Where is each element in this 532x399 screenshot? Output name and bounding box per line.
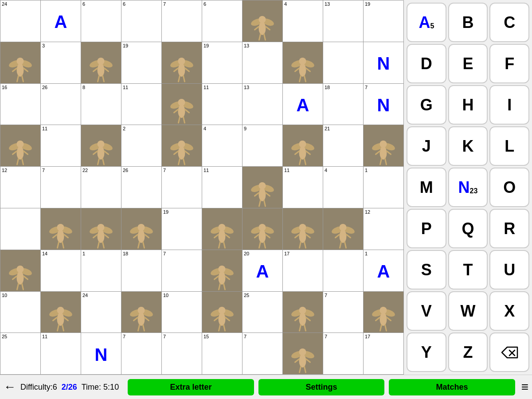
letter-button-c[interactable]: C bbox=[489, 3, 529, 42]
letter-button-q[interactable]: Q bbox=[448, 209, 488, 248]
grid-cell[interactable]: 7 bbox=[41, 167, 81, 208]
letter-button-y[interactable]: Y bbox=[407, 332, 446, 372]
grid-cell[interactable]: 7N bbox=[364, 84, 404, 125]
grid-cell[interactable]: 11 bbox=[202, 167, 243, 208]
grid-cell[interactable]: 9 bbox=[243, 125, 283, 167]
grid-cell[interactable]: 1 bbox=[81, 250, 121, 292]
grid-cell[interactable]: 18 bbox=[323, 84, 364, 125]
grid-cell[interactable]: 26 bbox=[121, 167, 162, 208]
grid-cell[interactable]: 1A bbox=[364, 250, 404, 292]
grid-cell[interactable]: 14 bbox=[41, 250, 81, 292]
grid-cell[interactable]: 4 bbox=[202, 125, 243, 167]
letter-button-m[interactable]: M bbox=[407, 168, 446, 207]
grid-cell[interactable]: 11 bbox=[202, 84, 243, 125]
grid-cell[interactable]: A bbox=[41, 0, 81, 42]
letter-button-r[interactable]: R bbox=[489, 209, 529, 248]
matches-button[interactable]: Matches bbox=[389, 379, 515, 395]
grid-cell[interactable]: 24 bbox=[0, 0, 41, 42]
grid-cell[interactable]: 12 bbox=[0, 167, 41, 208]
grid-cell[interactable]: 22 bbox=[81, 167, 121, 208]
letter-button-h[interactable]: H bbox=[448, 85, 488, 125]
grid-cell[interactable]: N bbox=[364, 42, 404, 84]
svg-point-187 bbox=[219, 307, 226, 314]
extra-letter-button[interactable]: Extra letter bbox=[128, 379, 254, 395]
grid-cell[interactable] bbox=[323, 250, 364, 292]
grid-cell[interactable]: 19 bbox=[162, 208, 202, 250]
grid-cell[interactable]: 13 bbox=[243, 84, 283, 125]
settings-button[interactable]: Settings bbox=[258, 379, 385, 395]
grid-cell[interactable]: 11 bbox=[121, 84, 162, 125]
grid-cell[interactable]: 18 bbox=[121, 250, 162, 292]
letter-button-z[interactable]: Z bbox=[448, 332, 488, 372]
letter-button-p[interactable]: P bbox=[407, 209, 446, 248]
grid-cell[interactable]: 6 bbox=[202, 0, 243, 42]
grid-cell[interactable]: 3 bbox=[41, 42, 81, 84]
letter-button-i[interactable]: I bbox=[489, 85, 529, 125]
grid-cell[interactable] bbox=[323, 42, 364, 84]
grid-cell[interactable]: 8 bbox=[81, 84, 121, 125]
grid-cell[interactable]: 20A bbox=[243, 250, 283, 292]
grid-cell[interactable]: 2 bbox=[121, 125, 162, 167]
grid-cell[interactable]: 7 bbox=[162, 333, 202, 375]
grid-cell[interactable]: 7 bbox=[162, 0, 202, 42]
svg-line-6 bbox=[259, 34, 261, 40]
back-button[interactable]: ← bbox=[4, 380, 16, 394]
letter-button-x[interactable]: X bbox=[489, 291, 529, 331]
svg-point-58 bbox=[98, 146, 105, 160]
grid-cell[interactable]: 26 bbox=[41, 84, 81, 125]
letter-button-a[interactable]: A5 bbox=[407, 3, 446, 42]
grid-cell[interactable]: 12 bbox=[364, 208, 404, 250]
letter-button-w[interactable]: W bbox=[448, 291, 488, 331]
grid-cell[interactable]: 16 bbox=[0, 84, 41, 125]
letter-button-b[interactable]: B bbox=[448, 3, 488, 42]
grid-cell[interactable]: 4 bbox=[283, 0, 323, 42]
letter-button-s[interactable]: S bbox=[407, 250, 446, 289]
letter-button-j[interactable]: J bbox=[407, 126, 446, 166]
grid-cell[interactable]: 25 bbox=[243, 292, 283, 333]
grid-cell[interactable]: 4 bbox=[323, 167, 364, 208]
main-area: 24A6676 41319 3 bbox=[0, 0, 532, 375]
grid-cell[interactable]: 24 bbox=[81, 292, 121, 333]
hamburger-menu[interactable]: ≡ bbox=[521, 380, 528, 394]
grid-cell[interactable]: 17 bbox=[364, 333, 404, 375]
letter-button-o[interactable]: O bbox=[489, 168, 529, 207]
letter-button-g[interactable]: G bbox=[407, 85, 446, 125]
grid-cell[interactable]: 7 bbox=[121, 333, 162, 375]
letter-button-l[interactable]: L bbox=[489, 126, 529, 166]
grid-cell[interactable]: 7 bbox=[162, 167, 202, 208]
grid-cell[interactable]: 25 bbox=[0, 333, 41, 375]
grid-cell[interactable]: 11 bbox=[41, 125, 81, 167]
grid-cell[interactable]: 6 bbox=[121, 0, 162, 42]
grid-cell[interactable]: 13 bbox=[243, 42, 283, 84]
grid-cell[interactable]: A bbox=[283, 84, 323, 125]
letter-button-f[interactable]: F bbox=[489, 44, 529, 83]
letter-button-t[interactable]: T bbox=[448, 250, 488, 289]
letter-button-v[interactable]: V bbox=[407, 291, 446, 331]
grid-cell[interactable]: 19 bbox=[364, 0, 404, 42]
grid-cell[interactable]: N bbox=[81, 333, 121, 375]
grid-cell[interactable]: 21 bbox=[323, 125, 364, 167]
grid-cell[interactable]: 11 bbox=[283, 167, 323, 208]
grid-cell[interactable]: 19 bbox=[121, 42, 162, 84]
grid-cell[interactable]: 17 bbox=[283, 250, 323, 292]
grid-cell[interactable]: 19 bbox=[202, 42, 243, 84]
letter-button-e[interactable]: E bbox=[448, 44, 488, 83]
letter-button-u[interactable]: U bbox=[489, 250, 529, 289]
grid-cell[interactable]: 1 bbox=[364, 167, 404, 208]
cell-number: 1 bbox=[82, 251, 85, 256]
letter-button-n[interactable]: N23 bbox=[448, 168, 488, 207]
grid-cell[interactable]: 7 bbox=[243, 333, 283, 375]
grid-cell[interactable]: 7 bbox=[323, 292, 364, 333]
grid-cell[interactable]: 13 bbox=[323, 0, 364, 42]
grid-cell[interactable]: 15 bbox=[202, 333, 243, 375]
letter-button-d[interactable]: D bbox=[407, 44, 446, 83]
grid-cell[interactable]: 6 bbox=[81, 0, 121, 42]
letter-button-k[interactable]: K bbox=[448, 126, 488, 166]
grid-cell[interactable]: 11 bbox=[41, 333, 81, 375]
backspace-button[interactable] bbox=[489, 332, 529, 372]
svg-line-31 bbox=[184, 76, 185, 82]
grid-cell[interactable]: 10 bbox=[162, 292, 202, 333]
grid-cell[interactable]: 7 bbox=[162, 250, 202, 292]
grid-cell[interactable]: 10 bbox=[0, 292, 41, 333]
grid-cell[interactable]: 7 bbox=[323, 333, 364, 375]
